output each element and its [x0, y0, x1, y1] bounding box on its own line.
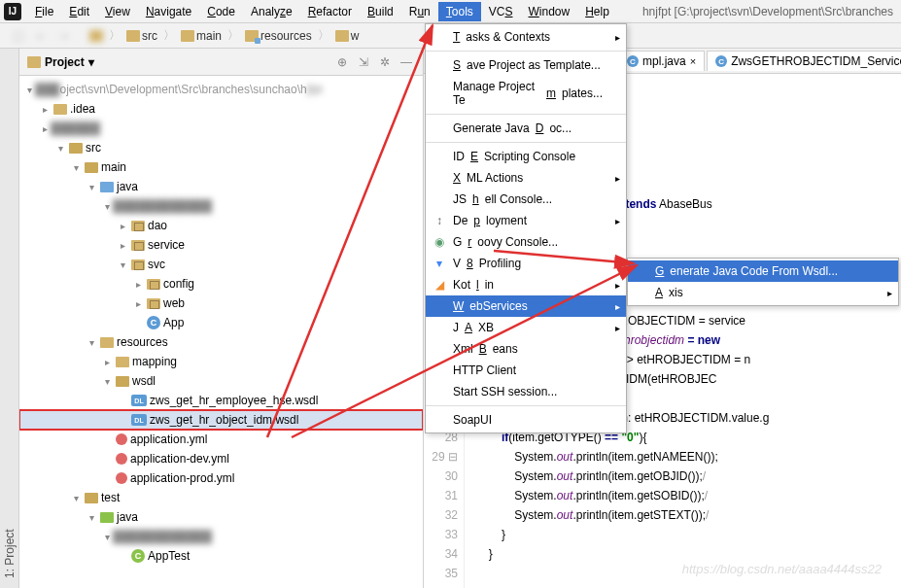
mi-soapui[interactable]: SoapUI [426, 409, 626, 431]
tree-java[interactable]: ▾java [19, 177, 423, 196]
tree-root[interactable]: ▾███oject\svn\Development\Src\branches\s… [19, 80, 423, 99]
project-panel: Project ▾ ⊕ ⇲ ✲ — ▾███oject\svn\Developm… [19, 49, 424, 588]
breadcrumb-w[interactable]: w [331, 27, 364, 45]
menubar: IJ File Edit View Navigate Code Analyze … [0, 0, 901, 23]
menu-view[interactable]: View [97, 2, 138, 21]
tree-wsdl-folder[interactable]: ▾wsdl [19, 371, 423, 391]
webservices-submenu: Generate Java Code From Wsdl... Axis▸ [627, 258, 899, 306]
mi-jshell[interactable]: JShell Console... [426, 189, 626, 210]
mi-ssh[interactable]: Start SSH session... [426, 381, 626, 402]
mi-webservices[interactable]: WebServices▸ [426, 295, 626, 317]
tree-yml-2[interactable]: application-dev.yml [19, 449, 423, 468]
menu-build[interactable]: Build [360, 2, 401, 21]
tree-svc[interactable]: ▾svc [19, 255, 423, 274]
panel-btn-settings[interactable]: ✲ [376, 53, 394, 71]
tree-mapping[interactable]: ▸mapping [19, 352, 423, 371]
tree-resources[interactable]: ▾resources [19, 332, 423, 352]
editor-tab-2[interactable]: CZwsGETHROBJECTIDM_Service.j [707, 51, 901, 71]
project-panel-title[interactable]: Project ▾ [27, 55, 94, 69]
watermark: https://blog.csdn.net/aaaa4444ss22 [682, 562, 882, 576]
mi-v8[interactable]: ▾V8 Profiling▸ [426, 253, 626, 274]
panel-btn-collapse[interactable]: ⇲ [355, 53, 372, 71]
breadcrumb-src[interactable]: src [122, 27, 161, 45]
tree-wsdl-file-1[interactable]: DLzws_get_hr_employee_hse.wsdl [19, 391, 423, 410]
tree-wsdl-file-2[interactable]: DLzws_get_hr_object_idm.wsdl [19, 410, 423, 430]
mi-jaxb[interactable]: JAXB▸ [426, 317, 626, 338]
mi-deployment[interactable]: ↕Deployment▸ [426, 210, 626, 231]
sidebar-tab-project[interactable]: 1: Project [3, 54, 17, 582]
mi-http-client[interactable]: HTTP Client [426, 360, 626, 381]
tree-service[interactable]: ▸service [19, 235, 423, 255]
tree-apptest[interactable]: CAppTest [19, 546, 423, 566]
app-logo: IJ [4, 3, 21, 20]
tree-test[interactable]: ▾test [19, 488, 423, 507]
mi-manage-templates[interactable]: Manage Project Templates... [426, 76, 626, 111]
mi-xmlbeans[interactable]: XmlBeans [426, 338, 626, 360]
toolbar-btn-3[interactable]: → [54, 26, 74, 46]
tree-test-java[interactable]: ▾java [19, 507, 423, 527]
mi-save-template[interactable]: Save Project as Template... [426, 54, 626, 76]
tree-src[interactable]: ▾src [19, 138, 423, 157]
breadcrumb-root[interactable] [86, 28, 107, 44]
menu-file[interactable]: File [27, 2, 61, 21]
tree-app[interactable]: CApp [19, 313, 423, 332]
project-path-label: hnjfpt [G:\project\svn\Development\Src\b… [642, 5, 897, 18]
mi-xml-actions[interactable]: XML Actions▸ [426, 167, 626, 189]
menu-analyze[interactable]: Analyze [243, 2, 300, 21]
project-panel-header: Project ▾ ⊕ ⇲ ✲ — [19, 49, 423, 76]
tools-menu: Tasks & Contexts▸ Save Project as Templa… [425, 23, 627, 433]
editor-tab-1[interactable]: Cmpl.java × [618, 51, 705, 71]
left-gutter[interactable]: 1: Project [0, 49, 19, 588]
panel-btn-hide[interactable]: — [398, 53, 415, 71]
mi-gen-javadoc[interactable]: Generate JavaDoc... [426, 118, 626, 139]
menu-run[interactable]: Run [401, 2, 438, 21]
mi-gen-from-wsdl[interactable]: Generate Java Code From Wsdl... [628, 260, 898, 282]
tree-yml-3[interactable]: application-prod.yml [19, 468, 423, 488]
tree-config[interactable]: ▸config [19, 274, 423, 294]
mi-ide-scripting[interactable]: IDE Scripting Console [426, 146, 626, 167]
menu-vcs[interactable]: VCS [481, 2, 521, 21]
mi-axis[interactable]: Axis▸ [628, 282, 898, 303]
breadcrumb-main[interactable]: main [177, 27, 225, 45]
project-tree[interactable]: ▾███oject\svn\Development\Src\branches\s… [19, 76, 423, 588]
menu-edit[interactable]: Edit [61, 2, 97, 21]
breadcrumb-resources[interactable]: resources [241, 27, 316, 45]
menu-window[interactable]: Window [520, 2, 577, 21]
tree-yml-1[interactable]: application.yml [19, 430, 423, 449]
toolbar-btn-2[interactable]: ← [31, 26, 51, 46]
menu-refactor[interactable]: Refactor [300, 2, 360, 21]
breadcrumb: 〉 src〉 main〉 resources〉 w [86, 27, 363, 45]
tree-hidden-test-pkg[interactable]: ▾████████████ [19, 527, 423, 546]
menu-tools[interactable]: Tools [438, 2, 481, 21]
panel-btn-target[interactable]: ⊕ [333, 53, 351, 71]
mi-tasks[interactable]: Tasks & Contexts▸ [426, 26, 626, 48]
toolbar-btn-1[interactable]: ⬚ [8, 26, 27, 46]
tree-dao[interactable]: ▸dao [19, 216, 423, 235]
tree-web[interactable]: ▸web [19, 294, 423, 313]
tree-hidden1[interactable]: ▸██████ [19, 119, 423, 138]
mi-groovy[interactable]: ◉Groovy Console... [426, 231, 626, 253]
menu-code[interactable]: Code [199, 2, 243, 21]
tree-idea[interactable]: ▸.idea [19, 99, 423, 119]
menu-navigate[interactable]: Navigate [138, 2, 199, 21]
menu-help[interactable]: Help [577, 2, 617, 21]
tree-main[interactable]: ▾main [19, 157, 423, 177]
tree-hidden-pkg[interactable]: ▾████████████ [19, 196, 423, 216]
mi-kotlin[interactable]: ◢Kotlin▸ [426, 274, 626, 295]
